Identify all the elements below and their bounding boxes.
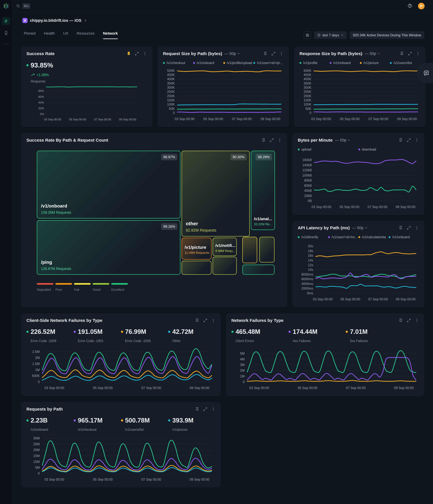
svg-text:0: 0 bbox=[309, 111, 311, 115]
treemap-box-small[interactable] bbox=[242, 265, 275, 275]
percentile-select[interactable]: — 50p bbox=[352, 226, 368, 230]
legend-item: download bbox=[358, 147, 419, 151]
pin-icon[interactable] bbox=[400, 52, 404, 56]
card-title: Success Rate bbox=[27, 51, 55, 56]
svg-text:09 Sep 00:00: 09 Sep 00:00 bbox=[397, 117, 417, 121]
svg-text:20M: 20M bbox=[33, 448, 40, 452]
path-label: /v1/picture bbox=[184, 245, 209, 250]
svg-text:2000ms: 2000ms bbox=[301, 287, 313, 290]
expand-icon[interactable] bbox=[203, 318, 207, 323]
expand-icon[interactable] bbox=[407, 226, 411, 230]
row-4: Requests by Path 2.23B/v1/onboard 965.17… bbox=[21, 402, 424, 487]
svg-text:80%: 80% bbox=[38, 89, 44, 92]
sidebar-item-devices[interactable] bbox=[2, 29, 10, 37]
svg-text:20%: 20% bbox=[38, 107, 44, 110]
svg-text:09 Sep 00:00: 09 Sep 00:00 bbox=[394, 386, 414, 390]
treemap-box-small[interactable] bbox=[212, 257, 237, 275]
tab-row: Pinned Health UX Resources Network last … bbox=[24, 31, 424, 39]
tab-ux[interactable]: UX bbox=[63, 31, 68, 39]
pin-icon[interactable] bbox=[263, 52, 267, 56]
path-label: /ping bbox=[41, 260, 71, 265]
sidebar-item-performance[interactable] bbox=[2, 17, 10, 25]
treemap-box-notifications[interactable]: /v1/notifi...8.88M Requ... bbox=[212, 238, 237, 256]
treemap-box-ping[interactable]: 99.16% /ping126.87M Requests bbox=[37, 220, 180, 275]
kebab-menu-icon[interactable] bbox=[416, 52, 420, 56]
svg-text:0: 0 bbox=[38, 380, 40, 384]
svg-text:10M: 10M bbox=[33, 460, 40, 464]
treemap-box-onboard[interactable]: 98.97% /v1/onboard159.26M Requests bbox=[37, 151, 180, 218]
tab-network[interactable]: Network bbox=[103, 31, 118, 39]
stat: 174.44M4xx Failures bbox=[288, 328, 346, 343]
pin-icon[interactable] bbox=[399, 226, 403, 230]
svg-text:16s: 16s bbox=[308, 254, 313, 257]
svg-text:20kB: 20kB bbox=[304, 194, 312, 198]
kebab-menu-icon[interactable] bbox=[143, 52, 147, 56]
svg-text:15M: 15M bbox=[33, 454, 40, 458]
row-2: Success Rate By Path & Request Count 98.… bbox=[21, 133, 424, 307]
svg-text:100K: 100K bbox=[304, 103, 311, 106]
svg-text:500K: 500K bbox=[304, 69, 311, 72]
help-button[interactable] bbox=[408, 3, 412, 9]
treemap-box-picture[interactable]: /v1/picture11.49M Requests bbox=[182, 238, 212, 260]
treemap-box-analytics[interactable]: 98.29% /v1/anal...32.02M Re... bbox=[251, 151, 275, 230]
pin-icon[interactable] bbox=[195, 407, 199, 411]
legend-item: /v1/user/<id>/pr... bbox=[253, 61, 284, 65]
card-response-size: Response Size by Path (bytes) — 50p /v1/… bbox=[294, 46, 425, 127]
legend-item: /v1/picture bbox=[360, 61, 390, 65]
card-request-size: Request Size by Path (bytes) — 50p /v1/c… bbox=[157, 46, 289, 127]
pin-icon[interactable] bbox=[399, 138, 403, 142]
pin-icon[interactable] bbox=[195, 318, 199, 323]
treemap-box-small[interactable] bbox=[259, 237, 275, 262]
tab-resources[interactable]: Resources bbox=[77, 31, 94, 39]
trend-up-icon bbox=[31, 73, 35, 77]
svg-text:1.5M: 1.5M bbox=[32, 362, 40, 366]
kebab-menu-icon[interactable] bbox=[415, 138, 419, 142]
success-badge: 99.16% bbox=[161, 223, 177, 230]
kebab-menu-icon[interactable] bbox=[211, 407, 215, 411]
pin-icon[interactable] bbox=[127, 52, 131, 56]
expand-icon[interactable] bbox=[408, 52, 412, 56]
svg-text:0: 0 bbox=[173, 111, 175, 115]
layout-grid-button[interactable] bbox=[304, 31, 311, 39]
svg-text:160kB: 160kB bbox=[302, 158, 312, 162]
svg-text:09 Sep 00:00: 09 Sep 00:00 bbox=[396, 205, 415, 209]
success-badge: 90.30% bbox=[230, 154, 247, 160]
percentile-select[interactable]: — 50p bbox=[335, 138, 350, 143]
avatar[interactable]: IP bbox=[418, 3, 425, 9]
kebab-menu-icon[interactable] bbox=[279, 52, 284, 56]
kebab-menu-icon[interactable] bbox=[415, 226, 419, 230]
expand-icon[interactable] bbox=[135, 52, 139, 56]
requests-by-path-chart: 05M10M15M20M25M30M03 Sep 00:0005 Sep 00:… bbox=[27, 435, 214, 483]
expand-icon[interactable] bbox=[407, 318, 411, 323]
svg-text:450K: 450K bbox=[167, 73, 175, 77]
percentile-select[interactable]: — 50p bbox=[224, 52, 240, 56]
network-failures-chart: 01M2M3M4M5M03 Sep 00:0005 Sep 00:0007 Se… bbox=[231, 346, 418, 391]
stat: 465.48MClient Errors bbox=[231, 328, 288, 343]
legend-fair: Fair bbox=[74, 283, 91, 292]
expand-icon[interactable] bbox=[271, 52, 275, 56]
search-input[interactable]: ⌘K bbox=[16, 3, 30, 9]
pin-icon[interactable] bbox=[262, 138, 266, 142]
kebab-menu-icon[interactable] bbox=[211, 318, 215, 323]
expand-icon[interactable] bbox=[407, 138, 411, 142]
svg-text:07 Sep 00:00: 07 Sep 00:00 bbox=[368, 297, 388, 301]
legend-item: /v1/user/<id>/re... bbox=[328, 235, 358, 239]
expand-icon[interactable] bbox=[270, 138, 274, 142]
treemap-box-small[interactable] bbox=[182, 261, 212, 275]
row-3: Client-Side Network Failures by Type 226… bbox=[21, 313, 424, 396]
chart-legend: upload download bbox=[298, 147, 419, 151]
treemap-box-other[interactable]: 90.30% other92.82M Requests bbox=[182, 151, 250, 236]
kebab-menu-icon[interactable] bbox=[415, 318, 419, 323]
kebab-menu-icon[interactable] bbox=[278, 138, 282, 142]
svg-text:250K: 250K bbox=[304, 90, 311, 94]
percentile-select[interactable]: — 50p bbox=[365, 52, 380, 56]
stat-dot bbox=[27, 64, 28, 66]
treemap-box-small[interactable] bbox=[242, 237, 257, 263]
pin-icon[interactable] bbox=[399, 318, 403, 323]
tab-pinned[interactable]: Pinned bbox=[24, 31, 36, 39]
time-range-select[interactable]: last 7 days bbox=[314, 31, 347, 39]
breadcrumb[interactable]: chippy.io.bitdrift.ios — iOS bbox=[22, 18, 424, 23]
expand-icon[interactable] bbox=[203, 407, 207, 411]
lightning-icon bbox=[4, 19, 8, 23]
tab-health[interactable]: Health bbox=[44, 31, 55, 39]
